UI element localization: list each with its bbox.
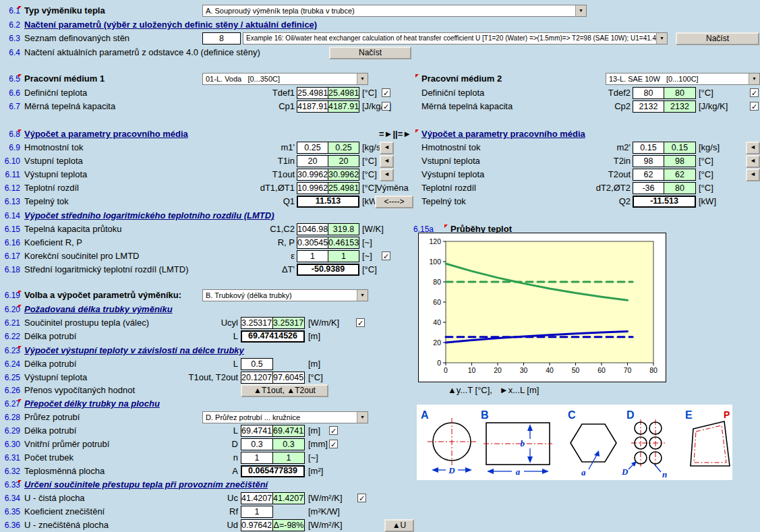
row-number: 6.23 (0, 344, 20, 357)
row-6-8: 6.8 Výpočet a parametry pracovního média… (0, 127, 760, 141)
input-cell[interactable]: 4187.919 (297, 100, 328, 113)
checkbox[interactable]: ✓ (356, 318, 365, 327)
dim-a-label: a (516, 467, 521, 477)
svg-text:40: 40 (433, 318, 441, 326)
pipe-cross-section-dropdown[interactable]: D. Průřez potrubí ... kružnice▼ (202, 411, 368, 423)
result-cell: 98 (664, 155, 696, 167)
load-current-button[interactable]: Načíst (329, 47, 411, 59)
result-cell: 0.3 (272, 438, 305, 450)
section-header: Určení součinitele přestupu tepla při pr… (24, 478, 268, 492)
svg-text:100: 100 (429, 258, 441, 266)
input-cell[interactable]: 30.9962 (297, 169, 328, 181)
unit-label: [W/m²/K] (308, 492, 343, 505)
medium2-dropdown[interactable]: 13-L. SAE 10W [0...100C]▼ (606, 73, 760, 85)
result-cell: 3.253179 (272, 317, 305, 329)
result-cell: 0.25 (328, 142, 359, 154)
row-6-9: 6.9 Hmotnostní tok m1' 0.25 0.25 [kg/s] … (0, 141, 760, 154)
decrease-arrow-button[interactable]: ◄ (380, 142, 394, 154)
decrease-arrow-button[interactable]: ◄ (746, 155, 760, 168)
input-cell[interactable]: 0.25 (297, 142, 328, 154)
wall-definition-dropdown[interactable]: Example 16: Oil/water heat exchanger cal… (243, 32, 668, 45)
checkbox[interactable]: ✓ (382, 102, 390, 111)
result-cell: 69.47414526 (241, 330, 305, 343)
checkbox[interactable]: ✓ (750, 88, 759, 97)
unit-label: [W/m/K] (308, 316, 339, 330)
symbol-label: Q2 (577, 195, 631, 208)
input-cell[interactable]: 1 (241, 452, 273, 464)
decrease-arrow-button[interactable]: ◄ (380, 169, 394, 181)
symbol-label: ΔT' (229, 263, 295, 276)
exchanger-parameter-dropdown[interactable]: B. Trubkový (délka trubky)▼ (202, 289, 368, 301)
input-cell[interactable]: 25.4981 (297, 87, 328, 99)
input-cell[interactable]: 0.3 (241, 438, 273, 450)
row-label: Teplotní rozdíl (421, 181, 476, 195)
input-cell[interactable]: 1 (241, 506, 273, 518)
input-cell[interactable]: 1 (297, 250, 328, 262)
svg-text:0: 0 (437, 359, 441, 367)
checkbox[interactable]: ✓ (357, 494, 366, 502)
symbol-label: L (174, 330, 238, 343)
checkbox[interactable]: ✓ (382, 88, 390, 97)
row-label: Výstupní teplota (24, 168, 87, 181)
svg-text:50: 50 (572, 366, 580, 374)
row-number: 6.7 (0, 100, 20, 113)
row-number: 6.4 (0, 46, 20, 59)
dim-a2-label: a (581, 467, 586, 477)
row-label: Součinitel prostupu tepla (válec) (24, 316, 149, 330)
decrease-arrow-button[interactable]: ◄ (746, 142, 760, 154)
input-cell[interactable]: 98 (633, 155, 664, 167)
checkbox[interactable]: ✓ (329, 426, 338, 435)
symbol-label: A (174, 465, 238, 478)
symbol-label: Ud (174, 519, 238, 532)
unit-label: [°C] (699, 86, 713, 100)
row-label: Počet trubek (24, 451, 74, 465)
wall-count-cell[interactable]: 8 (202, 32, 241, 45)
row-label: Vstupní teplota (24, 154, 83, 168)
svg-text:30: 30 (520, 366, 528, 374)
row-number: 6.1 (0, 4, 20, 18)
result-cell: 20.12078 (241, 372, 273, 384)
svg-text:40: 40 (546, 366, 554, 374)
exchanger-type-dropdown[interactable]: A. Souproudý výměník tepla (trubka v tru… (202, 5, 587, 17)
row-number: 6.21 (0, 316, 20, 330)
svg-text:80: 80 (649, 366, 657, 374)
row-6-11: 6.11 Výstupní teplota T1out 30.9962 30.9… (0, 168, 760, 181)
dim-d2-label: D (621, 467, 629, 477)
row-6-4: 6.4 Načtení aktuálních parametrů z odsta… (0, 46, 760, 59)
input-cell[interactable]: 69.47415 (241, 425, 273, 437)
row-number: 6.9 (0, 141, 20, 154)
transfer-values-button[interactable]: ▲T1out, ▲T2out (241, 384, 328, 397)
unit-label: [°C] (362, 168, 377, 181)
input-cell[interactable]: 80 (633, 87, 664, 99)
checkbox[interactable]: ✓ (750, 102, 759, 111)
update-u-button[interactable]: ▲U (384, 519, 414, 532)
symbol-label: T1in (229, 154, 295, 168)
load-wall-button[interactable]: Načíst (676, 32, 759, 45)
row-6-35: 6.35 Koeficient znečištění Rf 1 [m²K/W] (0, 505, 760, 519)
row-number: 6.33 (0, 478, 20, 492)
input-cell[interactable]: 0.5 (241, 358, 273, 370)
result-cell: 80 (664, 182, 696, 194)
checkbox[interactable]: ✓ (329, 440, 338, 448)
checkbox[interactable]: ✓ (382, 252, 390, 260)
section-d-label: D (626, 409, 635, 421)
section-header: Výpočet a parametry pracovního média (421, 127, 585, 141)
section-header: Požadovaná délka trubky výměníku (24, 303, 173, 316)
decrease-arrow-button[interactable]: ◄ (380, 155, 394, 168)
svg-text:60: 60 (597, 366, 606, 374)
medium1-dropdown[interactable]: 01-L. Voda [0...350C]▼ (202, 73, 368, 85)
input-cell[interactable]: 20 (297, 155, 328, 167)
decrease-arrow-button[interactable]: ◄ (746, 169, 760, 181)
unit-label: [~] (362, 236, 372, 249)
row-number: 6.26 (0, 384, 20, 397)
hexagon-section-shape (571, 424, 616, 462)
row-number: 6.20 (0, 303, 20, 316)
row-label: Měrná tepelná kapacita (421, 100, 513, 113)
input-cell[interactable]: 2132 (633, 100, 664, 113)
swap-media-button[interactable]: <----> (375, 196, 413, 208)
input-cell[interactable]: 62 (633, 169, 664, 181)
row-label: Načtení aktuálních parametrů z odstavce … (24, 46, 260, 59)
unit-label: [~] (362, 249, 372, 263)
symbol-label: Tdef2 (577, 86, 631, 100)
input-cell[interactable]: 0.15 (633, 142, 664, 154)
